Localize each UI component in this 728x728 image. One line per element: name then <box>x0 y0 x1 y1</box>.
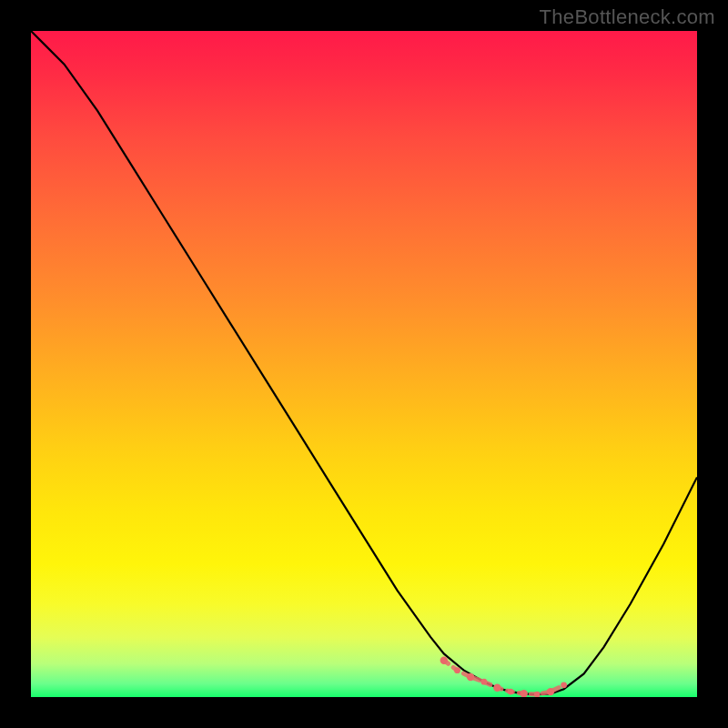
valley-marker <box>467 673 474 681</box>
valley-marker <box>521 690 528 697</box>
valley-marker <box>547 688 554 695</box>
chart-svg <box>31 31 697 697</box>
valley-marker <box>561 682 567 688</box>
watermark-text: TheBottleneck.com <box>540 5 715 29</box>
marker-layer <box>440 657 567 698</box>
bottleneck-curve <box>31 31 697 694</box>
valley-marker <box>440 657 448 664</box>
valley-marker <box>493 684 500 692</box>
valley-marker <box>480 679 487 685</box>
chart-container: TheBottleneck.com <box>0 0 728 728</box>
valley-marker <box>454 667 460 673</box>
valley-marker <box>508 689 514 695</box>
curve-layer <box>31 31 697 694</box>
